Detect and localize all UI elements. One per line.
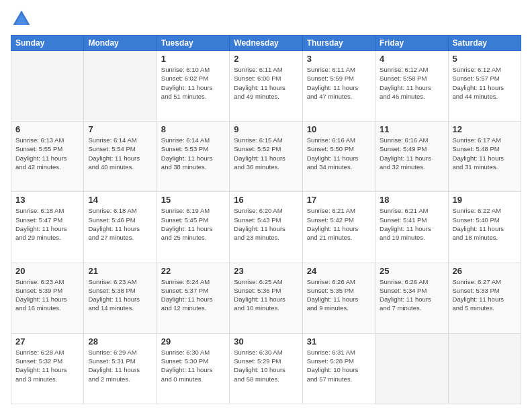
day-number: 14 [88,195,152,205]
calendar-cell: 19Sunrise: 6:22 AM Sunset: 5:40 PM Dayli… [448,192,521,263]
day-info: Sunrise: 6:24 AM Sunset: 5:37 PM Dayligh… [161,277,225,313]
day-info: Sunrise: 6:15 AM Sunset: 5:52 PM Dayligh… [234,136,298,171]
calendar-header-wednesday: Wednesday [230,36,302,51]
day-number: 29 [161,336,225,347]
day-number: 9 [234,124,298,134]
calendar-cell: 28Sunrise: 6:29 AM Sunset: 5:31 PM Dayli… [84,333,157,404]
calendar-cell: 7Sunrise: 6:14 AM Sunset: 5:54 PM Daylig… [84,122,157,192]
day-info: Sunrise: 6:11 AM Sunset: 6:00 PM Dayligh… [234,65,298,101]
day-info: Sunrise: 6:23 AM Sunset: 5:38 PM Dayligh… [88,277,152,313]
day-number: 24 [307,266,371,276]
day-number: 13 [15,195,79,205]
calendar-cell: 14Sunrise: 6:18 AM Sunset: 5:46 PM Dayli… [84,192,157,263]
calendar-cell: 25Sunrise: 6:26 AM Sunset: 5:34 PM Dayli… [375,263,448,333]
calendar-cell: 18Sunrise: 6:21 AM Sunset: 5:41 PM Dayli… [375,192,448,263]
day-info: Sunrise: 6:18 AM Sunset: 5:47 PM Dayligh… [15,206,79,242]
day-info: Sunrise: 6:14 AM Sunset: 5:53 PM Dayligh… [161,136,225,171]
calendar-cell: 15Sunrise: 6:19 AM Sunset: 5:45 PM Dayli… [157,192,229,263]
day-info: Sunrise: 6:16 AM Sunset: 5:50 PM Dayligh… [307,136,371,171]
day-number: 6 [15,124,79,134]
calendar-week-3: 13Sunrise: 6:18 AM Sunset: 5:47 PM Dayli… [11,192,521,263]
day-info: Sunrise: 6:21 AM Sunset: 5:41 PM Dayligh… [380,206,443,242]
day-info: Sunrise: 6:23 AM Sunset: 5:39 PM Dayligh… [15,277,79,313]
day-number: 23 [234,266,298,276]
day-info: Sunrise: 6:12 AM Sunset: 5:57 PM Dayligh… [453,65,517,101]
day-number: 30 [234,336,298,347]
calendar-week-2: 6Sunrise: 6:13 AM Sunset: 5:55 PM Daylig… [11,122,521,192]
calendar-week-5: 27Sunrise: 6:28 AM Sunset: 5:32 PM Dayli… [11,333,521,404]
day-number: 22 [161,266,225,276]
day-number: 27 [15,336,79,347]
calendar-cell: 1Sunrise: 6:10 AM Sunset: 6:02 PM Daylig… [157,51,229,122]
calendar-week-4: 20Sunrise: 6:23 AM Sunset: 5:39 PM Dayli… [11,263,521,333]
day-number: 10 [307,124,371,134]
calendar-cell: 3Sunrise: 6:11 AM Sunset: 5:59 PM Daylig… [302,51,375,122]
calendar-cell: 23Sunrise: 6:25 AM Sunset: 5:36 PM Dayli… [230,263,302,333]
day-number: 28 [88,336,152,347]
calendar-cell [11,51,84,122]
calendar-cell: 26Sunrise: 6:27 AM Sunset: 5:33 PM Dayli… [448,263,521,333]
day-number: 7 [88,124,152,134]
calendar-cell [375,333,448,404]
day-number: 16 [234,195,298,205]
day-info: Sunrise: 6:26 AM Sunset: 5:34 PM Dayligh… [380,277,443,313]
calendar-header-saturday: Saturday [448,36,521,51]
calendar-cell: 10Sunrise: 6:16 AM Sunset: 5:50 PM Dayli… [302,122,375,192]
day-info: Sunrise: 6:25 AM Sunset: 5:36 PM Dayligh… [234,277,298,313]
calendar-header-friday: Friday [375,36,448,51]
day-number: 4 [380,54,443,64]
day-info: Sunrise: 6:22 AM Sunset: 5:40 PM Dayligh… [453,206,517,242]
day-info: Sunrise: 6:12 AM Sunset: 5:58 PM Dayligh… [380,65,443,101]
day-number: 19 [453,195,517,205]
day-info: Sunrise: 6:16 AM Sunset: 5:49 PM Dayligh… [380,136,443,171]
day-info: Sunrise: 6:31 AM Sunset: 5:28 PM Dayligh… [307,348,371,383]
calendar-cell: 16Sunrise: 6:20 AM Sunset: 5:43 PM Dayli… [230,192,302,263]
calendar-cell: 29Sunrise: 6:30 AM Sunset: 5:30 PM Dayli… [157,333,229,404]
day-info: Sunrise: 6:11 AM Sunset: 5:59 PM Dayligh… [307,65,371,101]
calendar-cell: 24Sunrise: 6:26 AM Sunset: 5:35 PM Dayli… [302,263,375,333]
day-number: 25 [380,266,443,276]
logo-icon [11,8,32,30]
calendar-cell: 2Sunrise: 6:11 AM Sunset: 6:00 PM Daylig… [230,51,302,122]
day-number: 12 [453,124,517,134]
day-info: Sunrise: 6:30 AM Sunset: 5:30 PM Dayligh… [161,348,225,383]
day-info: Sunrise: 6:29 AM Sunset: 5:31 PM Dayligh… [88,348,152,383]
calendar-cell: 31Sunrise: 6:31 AM Sunset: 5:28 PM Dayli… [302,333,375,404]
day-info: Sunrise: 6:18 AM Sunset: 5:46 PM Dayligh… [88,206,152,242]
calendar-cell: 20Sunrise: 6:23 AM Sunset: 5:39 PM Dayli… [11,263,84,333]
day-number: 3 [307,54,371,64]
day-number: 20 [15,266,79,276]
calendar-header-thursday: Thursday [302,36,375,51]
day-info: Sunrise: 6:13 AM Sunset: 5:55 PM Dayligh… [15,136,79,171]
day-info: Sunrise: 6:10 AM Sunset: 6:02 PM Dayligh… [161,65,225,101]
day-number: 31 [307,336,371,347]
day-number: 2 [234,54,298,64]
calendar-header-row: SundayMondayTuesdayWednesdayThursdayFrid… [11,36,521,51]
day-number: 8 [161,124,225,134]
day-number: 1 [161,54,225,64]
day-info: Sunrise: 6:27 AM Sunset: 5:33 PM Dayligh… [453,277,517,313]
calendar-cell: 4Sunrise: 6:12 AM Sunset: 5:58 PM Daylig… [375,51,448,122]
day-info: Sunrise: 6:17 AM Sunset: 5:48 PM Dayligh… [453,136,517,171]
calendar-cell: 22Sunrise: 6:24 AM Sunset: 5:37 PM Dayli… [157,263,229,333]
calendar-cell [448,333,521,404]
calendar-cell: 13Sunrise: 6:18 AM Sunset: 5:47 PM Dayli… [11,192,84,263]
day-number: 15 [161,195,225,205]
calendar-cell: 6Sunrise: 6:13 AM Sunset: 5:55 PM Daylig… [11,122,84,192]
calendar-cell [84,51,157,122]
day-info: Sunrise: 6:30 AM Sunset: 5:29 PM Dayligh… [234,348,298,383]
calendar-cell: 11Sunrise: 6:16 AM Sunset: 5:49 PM Dayli… [375,122,448,192]
day-number: 21 [88,266,152,276]
day-info: Sunrise: 6:21 AM Sunset: 5:42 PM Dayligh… [307,206,371,242]
day-info: Sunrise: 6:26 AM Sunset: 5:35 PM Dayligh… [307,277,371,313]
day-info: Sunrise: 6:20 AM Sunset: 5:43 PM Dayligh… [234,206,298,242]
calendar-cell: 12Sunrise: 6:17 AM Sunset: 5:48 PM Dayli… [448,122,521,192]
header [11,8,521,30]
calendar-cell: 8Sunrise: 6:14 AM Sunset: 5:53 PM Daylig… [157,122,229,192]
calendar-cell: 5Sunrise: 6:12 AM Sunset: 5:57 PM Daylig… [448,51,521,122]
day-number: 26 [453,266,517,276]
calendar-table: SundayMondayTuesdayWednesdayThursdayFrid… [11,35,521,404]
calendar-cell: 21Sunrise: 6:23 AM Sunset: 5:38 PM Dayli… [84,263,157,333]
day-number: 5 [453,54,517,64]
calendar-header-monday: Monday [84,36,157,51]
